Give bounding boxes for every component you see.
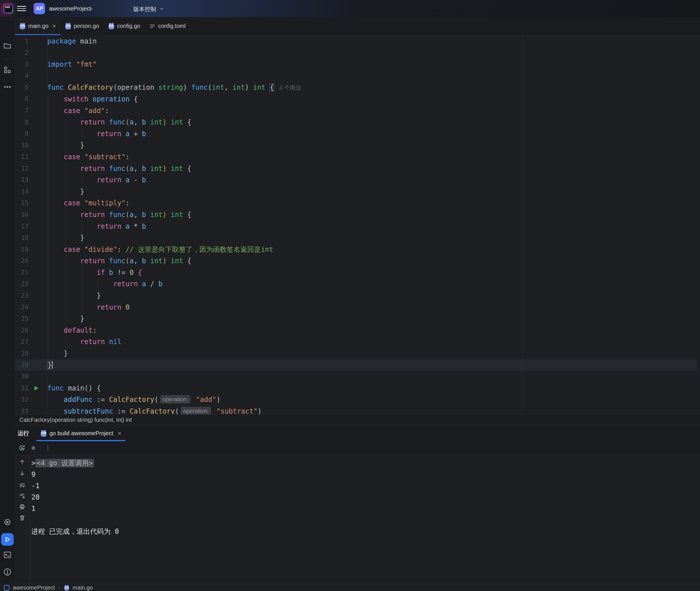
code-line[interactable]: 28 }: [15, 348, 700, 359]
signature-hint-bar: CalcFactory(operation string) func(int, …: [15, 414, 700, 425]
code-line[interactable]: 32 addFunc := CalcFactory(operation: "ad…: [15, 394, 700, 406]
code-line[interactable]: 4: [15, 70, 700, 82]
code-line[interactable]: 14 }: [15, 186, 700, 198]
goland-window: GO AP awesomeProject 版本控制 main.go×person…: [0, 0, 700, 591]
project-badge[interactable]: AP: [33, 3, 45, 14]
more-options-icon[interactable]: [44, 444, 52, 452]
code-line[interactable]: 15 case "multiply":: [15, 197, 700, 209]
run-tool-window-active[interactable]: [1, 533, 14, 546]
code-line[interactable]: 11 case "subtract":: [15, 151, 700, 163]
soft-wrap-icon[interactable]: [19, 482, 26, 489]
code-text: default:: [47, 325, 96, 336]
breadcrumb-file[interactable]: main.go: [73, 584, 93, 591]
code-line[interactable]: 5func CalcFactory(operation string) func…: [15, 82, 700, 93]
code-line[interactable]: 16 return func(a, b int) int {: [15, 209, 700, 221]
divider: [3, 59, 12, 59]
scroll-to-end-icon[interactable]: [19, 493, 26, 500]
down-stack-trace-icon[interactable]: [19, 470, 26, 477]
run-tab-label: go build awesomeProject: [50, 430, 113, 437]
code-line[interactable]: 20 return func(a, b int) int {: [15, 255, 700, 267]
rerun-icon[interactable]: [18, 444, 26, 452]
gutter: [28, 406, 47, 414]
code-line[interactable]: 33 subtractFunc := CalcFactory(operation…: [15, 406, 700, 414]
code-line[interactable]: 7 case "add":: [15, 105, 700, 117]
code-editor[interactable]: 1package main23import "fmt"45func CalcFa…: [15, 35, 700, 414]
code-line[interactable]: 27 return nil: [15, 336, 700, 348]
code-line[interactable]: 30: [15, 371, 700, 383]
code-text: }: [47, 232, 84, 244]
line-number: 25: [15, 313, 28, 325]
code-line[interactable]: 17 return a * b: [15, 221, 700, 233]
main-toolbar: GO AP awesomeProject 版本控制: [0, 0, 700, 17]
problems-icon[interactable]: [3, 568, 12, 576]
gutter: [28, 197, 47, 209]
goland-logo-icon: GO: [3, 4, 13, 13]
code-text: return a - b: [47, 174, 146, 186]
gutter: [28, 128, 47, 140]
services-icon[interactable]: [3, 518, 12, 527]
code-line[interactable]: 9 return a + b: [15, 128, 700, 140]
code-line[interactable]: 21 if b != 0 {: [15, 267, 700, 278]
code-line[interactable]: 24 return 0: [15, 302, 700, 313]
tab-person.go[interactable]: person.go: [60, 17, 104, 35]
line-number: 10: [15, 140, 28, 151]
line-number: 27: [15, 336, 28, 348]
tab-config.toml[interactable]: config.toml: [145, 17, 190, 35]
code-line[interactable]: 1package main: [15, 36, 700, 47]
project-selector[interactable]: awesomeProject: [49, 5, 91, 12]
parameter-hint-inlay: operation:: [160, 395, 191, 404]
close-icon[interactable]: ×: [118, 430, 121, 437]
chevron-down-icon[interactable]: [89, 7, 93, 11]
code-line[interactable]: 22 return a / b: [15, 278, 700, 290]
toml-file-icon: [149, 23, 155, 29]
code-line[interactable]: 10 }: [15, 140, 700, 151]
console-line: [31, 514, 119, 526]
code-line[interactable]: 23 }: [15, 290, 700, 302]
code-line[interactable]: 18 }: [15, 232, 700, 244]
gutter: [28, 186, 47, 198]
code-line[interactable]: 12 return func(a, b int) int {: [15, 163, 700, 175]
project-folder-icon[interactable]: [3, 41, 12, 50]
tab-label: main.go: [28, 23, 49, 29]
more-tool-windows-icon[interactable]: [3, 83, 12, 91]
clear-console-icon[interactable]: [19, 514, 26, 521]
stop-icon[interactable]: [29, 444, 37, 452]
code-line[interactable]: 6 switch operation {: [15, 93, 700, 105]
vcs-widget[interactable]: 版本控制: [133, 5, 156, 13]
close-icon[interactable]: ×: [52, 22, 56, 30]
folded-command-text[interactable]: <4 go 设置调用>: [35, 459, 94, 467]
caret: [52, 361, 53, 369]
terminal-icon[interactable]: [3, 550, 12, 559]
tab-main.go[interactable]: main.go×: [15, 17, 60, 35]
print-icon[interactable]: [19, 504, 26, 510]
code-line[interactable]: 13 return a - b: [15, 174, 700, 186]
tab-label: person.go: [74, 23, 99, 29]
main-menu-icon[interactable]: [17, 5, 26, 12]
gutter: [28, 348, 47, 359]
run-console[interactable]: ><4 go 设置调用>9-1201进程 已完成，退出代码为 0: [15, 455, 700, 581]
up-stack-trace-icon[interactable]: [19, 459, 26, 465]
code-line[interactable]: 29}: [15, 359, 700, 371]
code-text: return nil: [47, 336, 121, 348]
code-text: return func(a, b int) int {: [47, 255, 191, 267]
code-line[interactable]: 3import "fmt": [15, 59, 700, 70]
run-main-icon[interactable]: [33, 386, 39, 391]
code-line[interactable]: 19 case "divide": // 这里是向下取整了，因为函数签名返回是i…: [15, 244, 700, 256]
code-text: package main: [47, 36, 96, 47]
code-line[interactable]: 2: [15, 47, 700, 59]
code-line[interactable]: 31func main() {: [15, 383, 700, 394]
structure-icon[interactable]: [3, 66, 12, 74]
run-tab[interactable]: go build awesomeProject ×: [37, 425, 125, 441]
code-line[interactable]: 8 return func(a, b int) int {: [15, 117, 700, 128]
code-line[interactable]: 26 default:: [15, 325, 700, 336]
tab-config.go[interactable]: config.go: [104, 17, 145, 35]
gutter: [28, 163, 47, 175]
breadcrumb-project[interactable]: awesomeProject: [13, 584, 55, 591]
chevron-down-icon[interactable]: [159, 7, 164, 11]
gutter: [28, 47, 47, 59]
code-text: case "subtract":: [47, 151, 130, 163]
tab-label: config.toml: [158, 23, 186, 29]
go-gopher-icon: [65, 23, 71, 29]
code-line[interactable]: 25 }: [15, 313, 700, 325]
project-icon: [4, 585, 9, 590]
